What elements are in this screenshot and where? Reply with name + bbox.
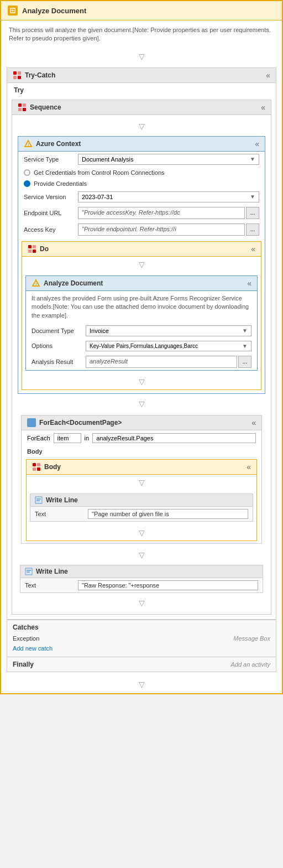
writeline-row-2: Text "Raw Response: "+response <box>20 578 263 592</box>
provide-credentials-row: Provide Credentials <box>18 178 265 189</box>
foreach-item-input[interactable]: item <box>54 433 81 443</box>
svg-rect-19 <box>28 419 31 422</box>
writeline-title-2: Write Line <box>36 568 68 575</box>
endpoint-url-value[interactable]: "Provide accessKey. Refer-https://dc <box>78 207 245 219</box>
arrow-down-6: ▽ <box>27 475 256 490</box>
access-key-row: Access Key "Provide endpointurl. Refer-h… <box>18 221 265 238</box>
main-title: Analyze Document <box>22 7 86 15</box>
azure-context-header: ! Azure Context « <box>18 137 265 152</box>
foreach-in-value[interactable]: analyzeResult.Pages <box>92 433 256 443</box>
analysis-result-row: Analysis Result analyzeResult ... <box>26 354 257 370</box>
document-type-select[interactable]: Invoice ▼ <box>86 325 251 336</box>
try-catch-collapse[interactable]: « <box>266 71 270 80</box>
body-label: Body <box>22 446 261 457</box>
body-inner-header-left: Body <box>32 462 61 471</box>
analysis-result-value[interactable]: analyzeResult <box>86 356 237 368</box>
body-inner-collapse[interactable]: « <box>247 462 251 471</box>
svg-rect-13 <box>28 245 32 248</box>
try-catch-box: Try-Catch « Try Sequence « <box>7 67 276 672</box>
service-type-row: Service Type Document Analysis ▼ <box>18 152 265 167</box>
arrow-down-4: ▽ <box>22 374 261 389</box>
provide-credentials-label: Provide Credentials <box>34 180 87 187</box>
svg-rect-24 <box>37 463 40 466</box>
azure-context-collapse[interactable]: « <box>255 139 259 148</box>
writeline-text-label-1: Text <box>35 511 85 517</box>
finally-title: Finally <box>13 661 34 668</box>
document-type-row: Document Type Invoice ▼ <box>26 323 257 339</box>
writeline-header-1: Write Line <box>30 494 253 507</box>
foreach-icon <box>27 418 36 427</box>
svg-rect-3 <box>13 71 17 75</box>
add-new-catch[interactable]: Add new catch <box>13 643 270 653</box>
svg-rect-26 <box>37 467 40 471</box>
options-value: Key-Value Pairs,Formulas,Languages,Barcc <box>90 343 198 349</box>
svg-rect-30 <box>25 568 32 575</box>
arrow-down-2: ▽ <box>15 118 268 134</box>
analyze-document-box: ! Analyze Document « It analyzes the pro… <box>25 276 258 371</box>
service-type-label: Service Type <box>24 156 74 163</box>
endpoint-url-browse-btn[interactable]: ... <box>246 207 259 219</box>
service-version-dropdown-arrow: ▼ <box>250 194 255 200</box>
sequence-collapse[interactable]: « <box>261 103 265 112</box>
writeline-text-value-2[interactable]: "Raw Response: "+response <box>78 580 258 590</box>
access-key-label: Access Key <box>24 226 74 233</box>
do-icon <box>28 245 36 253</box>
access-key-browse-btn[interactable]: ... <box>246 224 259 236</box>
analyze-document-title: Analyze Document <box>44 279 103 287</box>
writeline-row-1: Text "Page number of given file is <box>30 507 253 521</box>
sequence-header: Sequence « <box>12 100 271 115</box>
service-version-value: 2023-07-31 <box>82 194 113 200</box>
svg-rect-22 <box>32 423 35 426</box>
foreach-box: ForEach<DocumentPage> « ForEach item in … <box>21 415 262 544</box>
try-catch-header-left: Try-Catch <box>13 71 55 80</box>
writeline-text-value-1[interactable]: "Page number of given file is <box>88 509 248 519</box>
do-collapse[interactable]: « <box>251 245 255 253</box>
writeline-box-1: Write Line Text "Page number of given fi… <box>30 493 253 522</box>
exception-label: Exception <box>13 635 39 642</box>
svg-rect-21 <box>28 423 31 426</box>
svg-rect-8 <box>23 103 26 107</box>
svg-rect-27 <box>35 497 42 503</box>
catches-section: Catches Exception Message Box Add new ca… <box>7 619 276 657</box>
get-credentials-label: Get Credentials from Control Room Connec… <box>34 169 165 176</box>
do-title: Do <box>40 245 49 253</box>
foreach-header-left: ForEach<DocumentPage> <box>27 418 122 427</box>
get-credentials-radio[interactable] <box>24 169 30 176</box>
analyze-document-collapse[interactable]: « <box>247 279 251 288</box>
finally-action[interactable]: Add an activity <box>230 661 270 668</box>
analysis-result-browse-btn[interactable]: ... <box>238 356 251 368</box>
finally-section: Finally Add an activity <box>7 657 276 672</box>
arrow-down-7: ▽ <box>27 525 256 540</box>
try-catch-title: Try-Catch <box>25 71 55 79</box>
service-version-row: Service Version 2023-07-31 ▼ <box>18 189 265 205</box>
foreach-label: ForEach <box>27 435 50 441</box>
main-description: This process will analyze the given docu… <box>1 20 282 49</box>
access-key-value[interactable]: "Provide endpointurl. Refer-https://i <box>78 224 245 236</box>
main-container: Analyze Document This process will analy… <box>0 0 283 694</box>
body-inner-icon <box>32 462 41 471</box>
writeline-box-2: Write Line Text "Raw Response: "+respons… <box>20 565 263 593</box>
access-key-input-group: "Provide endpointurl. Refer-https://i ..… <box>78 224 259 236</box>
svg-rect-25 <box>33 467 36 471</box>
document-type-value: Invoice <box>90 328 109 334</box>
service-version-select[interactable]: 2023-07-31 ▼ <box>78 191 259 202</box>
analyze-document-icon: ! <box>32 279 40 288</box>
endpoint-url-row: Endpoint URL "Provide accessKey. Refer-h… <box>18 205 265 221</box>
options-select[interactable]: Key-Value Pairs,Formulas,Languages,Barcc… <box>86 341 251 351</box>
body-inner-title: Body <box>44 463 61 471</box>
catches-title: Catches <box>13 623 270 631</box>
sequence-title: Sequence <box>30 103 61 111</box>
provide-credentials-radio[interactable] <box>24 180 30 187</box>
document-type-dropdown-arrow: ▼ <box>242 328 248 334</box>
foreach-collapse[interactable]: « <box>251 418 256 427</box>
svg-rect-5 <box>13 76 17 79</box>
main-header-icon <box>8 6 18 15</box>
sequence-header-left: Sequence <box>18 103 61 112</box>
svg-rect-20 <box>32 419 35 422</box>
options-row: Options Key-Value Pairs,Formulas,Languag… <box>26 339 257 354</box>
endpoint-url-label: Endpoint URL <box>24 210 74 216</box>
service-type-value: Document Analysis <box>82 156 134 163</box>
svg-rect-14 <box>33 245 36 248</box>
svg-rect-9 <box>18 108 22 111</box>
service-type-select[interactable]: Document Analysis ▼ <box>78 154 259 165</box>
